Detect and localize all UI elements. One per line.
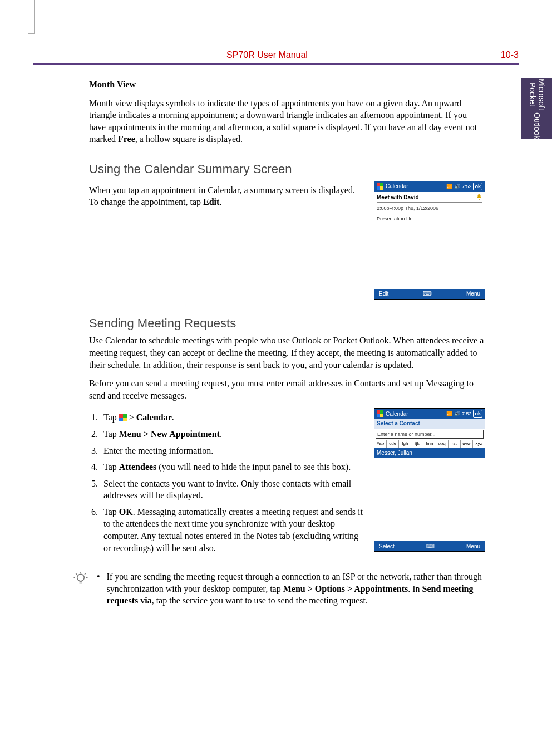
ss1-subject-row: Meet with David: [377, 194, 482, 203]
bell-icon: [476, 194, 482, 200]
ss1-titlebar: Calendar 📶 🔊 7:52 ok: [374, 181, 485, 192]
start-icon: [377, 183, 383, 190]
step-4-a: Tap: [103, 462, 119, 472]
section-tab-line1: Microsoft Pocket: [528, 78, 546, 110]
ss1-app-name: Calendar: [386, 183, 408, 190]
calendar-summary-screenshot: Calendar 📶 🔊 7:52 ok Meet with David 2:0…: [374, 181, 485, 300]
ss2-bottombar: Select ⌨ Menu: [374, 541, 485, 551]
ss1-menu-button[interactable]: Menu: [466, 290, 480, 298]
step-6-b: . Messaging automatically creates a meet…: [103, 507, 363, 553]
month-view-body: Month view displays symbols to indicate …: [89, 97, 485, 145]
step-5: Select the contacts you want to invite. …: [100, 478, 363, 502]
signal-icon: 📶: [446, 183, 452, 190]
section-tab-line2: Outlook: [532, 112, 541, 139]
step-1: Tap > Calendar.: [100, 411, 363, 424]
ss2-ok-button[interactable]: ok: [473, 410, 482, 418]
step-1-b: >: [127, 413, 136, 422]
volume-icon: 🔊: [454, 183, 460, 190]
alpha-tab[interactable]: rst: [448, 440, 461, 448]
summary-body: When you tap an appointment in Calendar,…: [89, 184, 363, 208]
ss1-edit-button[interactable]: Edit: [379, 290, 388, 298]
step-2-bold: Menu > New Appointment: [119, 429, 220, 439]
meeting-para1: Use Calendar to schedule meetings with p…: [89, 335, 485, 371]
ss1-clock: 7:52: [462, 183, 472, 190]
step-1-a: Tap: [103, 413, 119, 422]
step-1-c: .: [172, 413, 174, 422]
meeting-steps: Tap > Calendar. Tap Menu > New Appointme…: [89, 411, 363, 554]
alpha-tab[interactable]: ijk: [411, 440, 423, 448]
select-contact-screenshot: Calendar 📶 🔊 7:52 ok Select a Contact En…: [374, 408, 485, 552]
summary-body-part2: .: [219, 197, 221, 207]
alpha-tab[interactable]: #ab: [374, 440, 387, 448]
ss1-bottombar: Edit ⌨ Menu: [374, 289, 485, 299]
step-1-bold: Calendar: [136, 413, 172, 422]
month-view-free-word: Free: [118, 134, 135, 144]
ss2-alpha-row[interactable]: #ab cde fgh ijk lmn opq rst uvw xyz: [374, 440, 485, 448]
ss1-ok-button[interactable]: ok: [473, 183, 482, 190]
step-2-b: .: [220, 429, 222, 439]
tip-part3: , tap the service you want to use to sen…: [152, 596, 368, 605]
step-6-bold: OK: [119, 507, 133, 517]
ss1-datetime: 2:00p-4:00p Thu, 1/12/2006: [377, 205, 482, 212]
tip-body: If you are sending the meeting request t…: [107, 571, 485, 607]
meeting-para2: Before you can send a meeting request, y…: [89, 377, 485, 401]
tip-block: • If you are sending the meeting request…: [72, 571, 485, 607]
page-corner-decoration: [28, 0, 35, 34]
keyboard-icon[interactable]: ⌨: [423, 289, 432, 298]
start-icon-inline: [119, 414, 127, 421]
volume-icon: 🔊: [454, 410, 460, 417]
summary-body-part1: When you tap an appointment in Calendar,…: [89, 185, 355, 207]
alpha-tab[interactable]: lmn: [423, 440, 436, 448]
ss1-subject: Meet with David: [377, 194, 419, 202]
lightbulb-icon: [72, 571, 89, 587]
tip-part2: . In: [408, 584, 422, 593]
step-2: Tap Menu > New Appointment.: [100, 428, 363, 440]
ss2-app-name: Calendar: [386, 410, 408, 418]
tip-bullet: •: [97, 571, 100, 607]
step-4: Tap Attendees (you will need to hide the…: [100, 461, 363, 473]
alpha-tab[interactable]: uvw: [461, 440, 473, 448]
alpha-tab[interactable]: cde: [387, 440, 399, 448]
month-view-heading: Month View: [89, 80, 136, 89]
ss2-name-input[interactable]: Enter a name or number...: [376, 430, 484, 439]
ss2-menu-button[interactable]: Menu: [466, 543, 480, 551]
meeting-heading: Sending Meeting Requests: [89, 315, 485, 332]
step-4-b: (you will need to hide the input panel t…: [156, 462, 351, 472]
ss2-clock: 7:52: [462, 410, 472, 417]
svg-point-0: [77, 575, 85, 582]
keyboard-icon[interactable]: ⌨: [426, 542, 435, 551]
section-tab: Microsoft Pocket Outlook: [521, 78, 552, 139]
ss2-titlebar: Calendar 📶 🔊 7:52 ok: [374, 409, 485, 419]
summary-heading: Using the Calendar Summary Screen: [89, 161, 485, 178]
step-6: Tap OK. Messaging automatically creates …: [100, 506, 363, 554]
step-4-bold: Attendees: [119, 462, 157, 472]
step-2-a: Tap: [103, 429, 119, 439]
ss2-contact-item[interactable]: Messer, Julian: [374, 448, 485, 458]
ss1-note: Presentation file: [377, 214, 482, 222]
page-header: SP70R User Manual 10-3: [33, 50, 519, 65]
ss2-select-button[interactable]: Select: [379, 543, 395, 551]
ss2-select-contact-label: Select a Contact: [374, 419, 485, 429]
alpha-tab[interactable]: opq: [436, 440, 448, 448]
month-view-body-part2: , a hollow square is displayed.: [135, 134, 243, 144]
manual-title: SP70R User Manual: [226, 50, 308, 60]
alpha-tab[interactable]: xyz: [473, 440, 485, 448]
signal-icon: 📶: [446, 410, 452, 417]
summary-edit-word: Edit: [203, 197, 219, 207]
start-icon: [377, 410, 383, 417]
page-number: 10-3: [501, 50, 519, 60]
step-6-a: Tap: [103, 507, 119, 517]
tip-bold1: Menu > Options > Appointments: [283, 584, 408, 593]
alpha-tab[interactable]: fgh: [399, 440, 411, 448]
step-3: Enter the meeting information.: [100, 445, 363, 457]
